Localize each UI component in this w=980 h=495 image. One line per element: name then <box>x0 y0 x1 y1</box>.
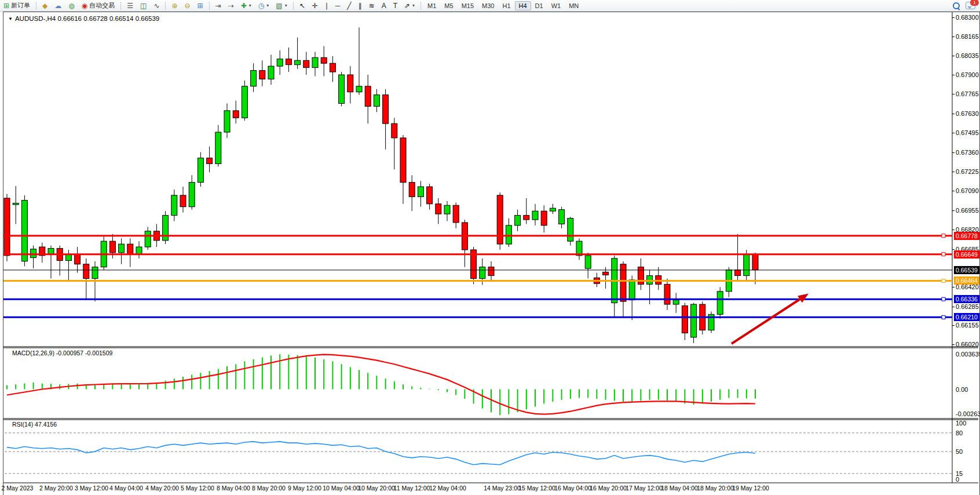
signals-button[interactable]: ◍ <box>65 1 77 10</box>
candle-body-bear <box>664 284 670 304</box>
periods-button[interactable]: ◷▾ <box>255 1 272 10</box>
zoom-out-icon: ⊖ <box>185 2 191 9</box>
candle-body-bull <box>136 247 142 254</box>
candle-body-bull <box>559 210 565 224</box>
line-chart-button[interactable]: ∿ <box>151 1 162 10</box>
timeframe-button-h4[interactable]: H4 <box>515 1 531 10</box>
candle-body-bull <box>215 132 221 163</box>
chevron-down-icon[interactable]: ▼ <box>8 16 13 21</box>
candle-body-bull <box>268 66 274 79</box>
auto-scroll-button[interactable]: ⇥ <box>213 1 224 10</box>
time-axis-label: 9 May 12:00 <box>288 485 321 492</box>
resistance-line-2-handle[interactable] <box>942 253 945 256</box>
timeframe-button-mn[interactable]: MN <box>565 1 583 10</box>
timeframe-button-m30[interactable]: M30 <box>478 1 498 10</box>
line-chart-icon: ∿ <box>153 2 159 9</box>
notification-badge: 1 <box>970 0 979 6</box>
candle-body-bull <box>480 267 485 279</box>
candle-body-bull <box>418 187 423 196</box>
bar-chart-icon: ☰ <box>127 2 133 9</box>
indicators-button[interactable]: ✚▾ <box>238 1 254 10</box>
cursor-button[interactable]: ↖ <box>297 1 308 10</box>
orange-level-line-handle[interactable] <box>942 279 945 282</box>
time-axis-label: 14 May 23:00 <box>484 485 521 492</box>
horizontal-line-button[interactable]: ─ <box>332 1 343 10</box>
time-axis-label: 8 May 04:00 <box>217 485 250 492</box>
trendline-icon: ╱ <box>347 2 351 9</box>
crosshair-button[interactable]: ✛ <box>309 1 321 10</box>
price-axis-tick <box>952 133 955 133</box>
autotrade-button-label: 自动交易 <box>89 1 115 10</box>
zoom-out-button[interactable]: ⊖ <box>182 1 193 10</box>
dropdown-caret-icon[interactable]: ▾ <box>249 3 251 8</box>
candle-body-bull <box>119 244 125 253</box>
community-icon: ☁ <box>54 2 61 9</box>
candle-body-bull <box>374 95 379 107</box>
dropdown-caret-icon[interactable]: ▾ <box>266 3 269 8</box>
timeframe-button-m5[interactable]: M5 <box>440 1 457 10</box>
candle-body-bear <box>233 111 239 118</box>
time-axis-label: 2 May 2023 <box>2 485 34 492</box>
chart-shift-button[interactable]: ⇢ <box>225 1 237 10</box>
price-axis-tick <box>952 191 955 191</box>
candle-body-bear <box>4 198 10 256</box>
dropdown-caret-icon[interactable]: ▾ <box>285 3 287 8</box>
candle-body-bull <box>145 231 151 247</box>
tile-windows-button[interactable]: ⊞ <box>195 1 206 10</box>
chat-icon[interactable]: 1 <box>966 2 975 9</box>
templates-button[interactable]: ▧▾ <box>273 1 290 10</box>
candle-body-bull <box>163 216 169 241</box>
timeframe-button-m15[interactable]: M15 <box>458 1 478 10</box>
fibonacci-button[interactable]: ≋ <box>366 1 378 10</box>
timeframe-button-h1[interactable]: H1 <box>498 1 514 10</box>
bar-chart-button[interactable]: ☰ <box>124 1 136 10</box>
time-axis-label: 5 May 12:00 <box>181 485 214 492</box>
text-icon: A <box>382 2 386 9</box>
templates-icon: ▧ <box>276 2 282 9</box>
new-order-button[interactable]: ⊞新订单 <box>1 0 33 11</box>
arrows-button[interactable]: ⇗▾ <box>401 1 418 10</box>
support-line-1-price-tag: 0.66336 <box>954 295 979 303</box>
signals-icon: ◍ <box>68 2 74 9</box>
text-label-button[interactable]: T <box>390 1 400 10</box>
trendline-button[interactable]: ╱ <box>344 1 354 10</box>
cursor-icon: ↖ <box>299 2 305 9</box>
rsi-axis-label: 0 <box>956 476 959 483</box>
time-axis-label: 2 May 20:00 <box>39 485 73 492</box>
timeframe-button-d1[interactable]: D1 <box>531 1 547 10</box>
vertical-line-button[interactable]: ∣ <box>322 1 331 10</box>
horizontal-line-icon: ─ <box>335 2 341 9</box>
chart-canvas[interactable] <box>3 12 978 494</box>
support-line-2-handle[interactable] <box>942 315 945 319</box>
support-line-1-handle[interactable] <box>942 297 945 301</box>
candle-body-bear <box>127 244 133 254</box>
zoom-in-button[interactable]: ⊕ <box>169 1 180 10</box>
dropdown-caret-icon[interactable]: ▾ <box>412 3 415 8</box>
price-axis-tick <box>952 114 955 114</box>
time-axis-label: 4 May 04:00 <box>109 485 143 492</box>
equidistant-channel-button[interactable]: ∥ <box>356 1 365 10</box>
search-icon[interactable] <box>953 2 960 9</box>
timeframe-button-w1[interactable]: W1 <box>547 1 565 10</box>
time-axis-label: 17 May 12:00 <box>626 485 663 492</box>
price-axis-label: 0.67090 <box>956 187 979 194</box>
candle-body-bear <box>409 183 415 197</box>
candle-body-bull <box>444 205 450 214</box>
candle-body-bull <box>673 300 679 304</box>
candle-body-bull <box>629 280 635 300</box>
text-button[interactable]: A <box>379 1 389 10</box>
autotrade-icon: ◉ <box>82 2 87 9</box>
candle-body-bear <box>392 123 397 138</box>
autotrade-button[interactable]: ◉自动交易 <box>79 0 118 11</box>
timeframe-button-m1[interactable]: M1 <box>423 1 440 10</box>
chart-window[interactable]: ▼AUDUSD-,H4 0.66616 0.66728 0.66514 0.66… <box>3 12 980 495</box>
candle-body-bear <box>541 211 547 225</box>
resistance-line-1-handle[interactable] <box>942 234 945 238</box>
candle-body-bull <box>189 183 195 207</box>
history-center-button[interactable]: ◆ <box>39 1 50 10</box>
new-order-button-label: 新订单 <box>11 1 30 10</box>
candle-body-bull <box>48 249 54 254</box>
macd-axis-label: 0.003635 <box>956 351 980 358</box>
community-button[interactable]: ☁ <box>52 1 64 10</box>
candlestick-chart-button[interactable]: ◫ <box>137 1 149 10</box>
